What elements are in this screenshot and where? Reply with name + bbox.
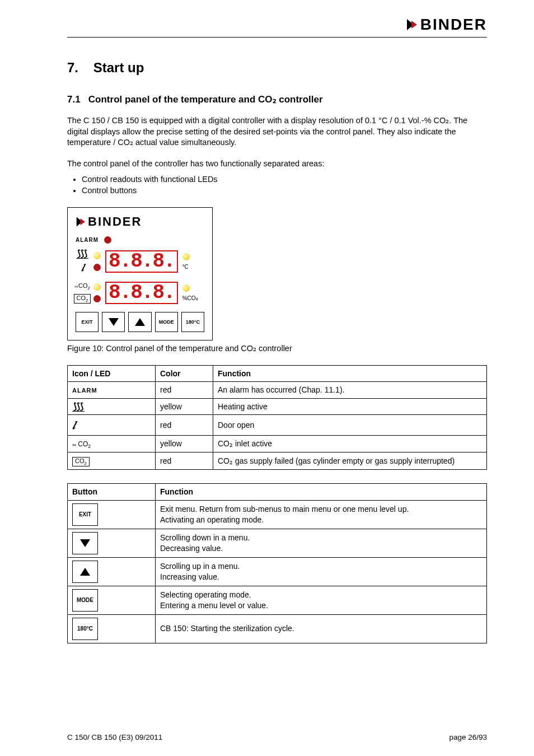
t1-color: red [156,452,213,470]
table-row: Scrolling up in a menu. Increasing value… [68,557,487,586]
temperature-readout: ⟆⟆⟆ 𝑙 8.8.8. °C [76,249,204,274]
t1-color: red [156,382,213,398]
co2-display: 8.8.8. [105,282,178,304]
door-led-icon [93,264,101,271]
up-button-sample [72,561,98,583]
intro-paragraph-1: The C 150 / CB 150 is equipped with a di… [67,115,487,148]
table-row: CO2 red CO₂ gas supply failed (gas cylin… [68,452,487,470]
t2-func: Scrolling down in a menu. Decreasing val… [156,529,487,557]
table-row: ALARM red An alarm has occurred (Chap. 1… [68,382,487,398]
intro-bullets: Control readouts with functional LEDs Co… [82,175,487,195]
co2-gas-icon: CO2 [72,457,90,466]
bullet-item: Control readouts with functional LEDs [82,175,487,184]
co2-gas-icon: CO2 [74,294,91,304]
t1-color: red [156,414,213,435]
unit-co2: %CO₂ [182,295,198,301]
table-row: MODE Selecting operating mode. Entering … [68,586,487,614]
t1-header-color: Color [156,366,213,382]
t2-func: Scrolling up in a menu. Increasing value… [156,557,487,586]
t1-header-function: Function [213,366,487,382]
heating-led-icon [93,252,101,259]
co2-gas-led-icon [93,295,101,302]
down-button-sample [72,532,98,554]
icon-led-table: Icon / LED Color Function ALARM red An a… [67,365,487,470]
co2-inlet-led-icon [93,283,101,291]
t1-func: An alarm has occurred (Chap. 11.1). [213,382,487,398]
panel-up-button[interactable] [128,312,151,332]
panel-down-button[interactable] [102,312,125,332]
t1-color: yellow [156,398,213,414]
temperature-display: 8.8.8. [105,250,178,273]
up-arrow-icon [80,568,90,576]
header-divider [67,37,487,38]
exit-button-sample: EXIT [72,503,98,526]
t1-header-icon: Icon / LED [68,366,156,382]
t2-header-function: Function [156,484,487,500]
down-arrow-icon [109,318,119,326]
footer-right: page 26/93 [449,733,487,741]
steri-button-sample: 180°C [72,618,98,640]
co2-inlet-icon: ⨝CO2 [74,282,90,291]
t1-color: yellow [156,435,213,452]
heating-icon: ⟆⟆⟆ [76,249,88,259]
brand-logo-top: BINDER [67,16,487,34]
t1-func: Heating active [213,398,487,414]
page-footer: C 150/ CB 150 (E3) 09/2011 page 26/93 [67,733,487,741]
up-arrow-icon [135,318,145,326]
intro-paragraph-2: The control panel of the controller has … [67,158,487,170]
panel-exit-button[interactable]: EXIT [76,312,99,332]
t2-func: Selecting operating mode. Entering a men… [156,586,487,614]
panel-steri-button[interactable]: 180°C [181,312,204,332]
alarm-text: ALARM [72,387,97,394]
table-row: ⨝ CO2 yellow CO₂ inlet active [68,435,487,452]
panel-mode-button[interactable]: MODE [155,312,178,332]
svg-marker-1 [411,21,417,29]
t1-func: CO₂ gas supply failed (gas cylinder empt… [213,452,487,470]
binder-chevron-icon [406,17,420,32]
t1-func: Door open [213,414,487,435]
svg-marker-3 [80,218,85,225]
temp-unit-led-icon [182,253,190,260]
co2-inlet-icon: ⨝ CO2 [72,440,91,448]
co2-unit-led-icon [182,284,190,292]
t2-func: Exit menu. Return from sub-menus to main… [156,500,487,529]
alarm-led-icon [104,236,111,244]
table-row: ⟆⟆⟆ yellow Heating active [68,398,487,414]
button-function-table: Button Function EXIT Exit menu. Return f… [67,483,487,643]
brand-name: BINDER [420,16,487,34]
table-row: 𝑙 red Door open [68,414,487,435]
table-row: 180°C CB 150: Starting the sterilization… [68,614,487,643]
t2-header-button: Button [68,484,156,500]
down-arrow-icon [80,539,90,547]
t2-func: CB 150: Starting the sterilization cycle… [156,614,487,643]
table-row: EXIT Exit menu. Return from sub-menus to… [68,500,487,529]
controller-panel-figure: BINDER ALARM ⟆⟆⟆ 𝑙 8.8.8. °C [67,207,487,340]
section-heading: 7. Start up [67,60,487,76]
bullet-item: Control buttons [82,186,487,195]
figure-caption: Figure 10: Control panel of the temperat… [67,344,487,353]
co2-readout: ⨝CO2 CO2 8.8.8. %CO₂ [76,282,204,304]
door-icon: 𝑙 [81,262,84,274]
heating-icon: ⟆⟆⟆ [72,402,85,412]
table-row: Scrolling down in a menu. Decreasing val… [68,529,487,557]
panel-alarm-label: ALARM [76,237,99,243]
door-icon: 𝑙 [72,419,76,431]
footer-left: C 150/ CB 150 (E3) 09/2011 [67,733,162,741]
unit-celsius: °C [182,264,189,270]
t1-func: CO₂ inlet active [213,435,487,452]
mode-button-sample: MODE [72,589,98,612]
subsection-heading: 7.1 Control panel of the temperature and… [67,94,487,105]
binder-chevron-icon [76,216,88,228]
